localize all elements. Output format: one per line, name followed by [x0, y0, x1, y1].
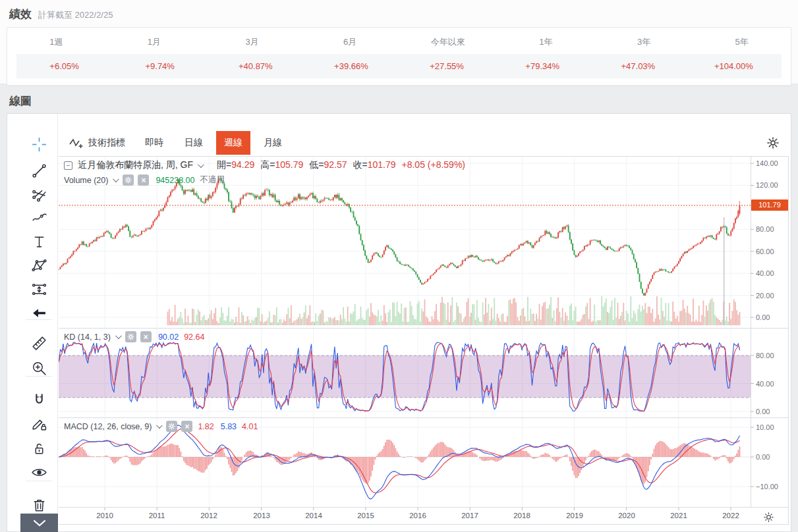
interval-tab-即時[interactable]: 即時 [137, 131, 171, 155]
interval-tab-週線[interactable]: 週線 [216, 131, 250, 155]
ruler-icon[interactable] [27, 332, 51, 354]
perf-return-value: +6.05% [16, 54, 112, 78]
toolbar-separator [26, 376, 52, 377]
perf-period-label: 1年 [497, 34, 595, 54]
y-axis-tick-label: 0.00 [756, 407, 770, 416]
y-axis-tick-label: 120.00 [756, 180, 778, 190]
volume-ma-value: 945238.00 [156, 176, 194, 185]
magnet-icon[interactable] [27, 388, 51, 411]
text-icon[interactable] [27, 230, 51, 253]
indicator-remove-button[interactable]: × [138, 174, 149, 186]
performance-values-band: +6.05%+9.74%+40.87%+39.66%+27.55%+79.34%… [16, 54, 782, 78]
pitchfork-icon[interactable] [27, 183, 51, 205]
drawing-toolbar [20, 114, 58, 532]
toolbar-separator [26, 319, 52, 320]
performance-section: 績效 計算截至 2022/2/25 1週1月3月6月今年以來1年3年5年 +6.… [0, 0, 798, 84]
session-sun-icon[interactable] [760, 510, 777, 524]
chart-section-header: 線圖 [0, 84, 798, 115]
macd-label[interactable]: MACD (12, 26, close, 9) [64, 422, 152, 431]
drawing-lock-icon[interactable] [27, 413, 51, 435]
projection-icon[interactable] [27, 278, 51, 300]
performance-title: 績效 [9, 7, 32, 22]
performance-period-row: 1週1月3月6月今年以來1年3年5年 [7, 34, 791, 54]
macd-value: 5.83 [221, 422, 237, 431]
chart-settings-gear-icon[interactable] [764, 134, 782, 151]
ohlc-pair: 開=94.29 [217, 159, 254, 171]
interval-tab-日線[interactable]: 日線 [177, 131, 211, 155]
perf-return-value: +104.00% [686, 54, 782, 78]
y-axis-tick-label: 60.00 [756, 247, 774, 256]
perf-period-label: 3月 [203, 34, 301, 54]
arrow-left-icon[interactable] [27, 302, 51, 324]
xabcd-pattern-icon[interactable] [27, 254, 51, 277]
y-axis-tick-label: 0.00 [756, 452, 770, 462]
perf-period-label: 1月 [105, 34, 204, 54]
toolbar-separator [26, 481, 52, 481]
volume-label[interactable]: Volume (20) [64, 176, 108, 185]
indicator-remove-button[interactable]: × [181, 421, 192, 432]
indicator-settings-button[interactable] [123, 174, 134, 186]
ohlc-pair: 低=92.57 [309, 159, 347, 171]
chart-card: 技術指標 即時日線週線月線 140.00120.0080.0060.0040.0… [7, 113, 791, 532]
perf-return-value: +27.55% [399, 54, 495, 78]
brush-icon[interactable] [27, 207, 51, 229]
performance-card: 1週1月3月6月今年以來1年3年5年 +6.05%+9.74%+40.87%+3… [7, 27, 791, 86]
indicator-remove-button[interactable]: × [140, 331, 152, 342]
trash-icon[interactable] [27, 494, 51, 516]
eye-icon[interactable] [27, 461, 51, 483]
symbol-legend: −近月倫敦布蘭特原油, 周, GF開=94.29高=105.79低=92.57收… [64, 159, 465, 171]
chevron-down-icon[interactable] [113, 176, 119, 182]
perf-period-label: 今年以來 [399, 34, 498, 54]
trend-line-icon[interactable] [27, 159, 51, 182]
chevron-down-icon[interactable] [198, 161, 204, 168]
indicators-button[interactable]: 技術指標 [69, 137, 125, 149]
toolbar-collapse-bar[interactable] [20, 514, 58, 532]
current-price-tag: 101.79 [751, 200, 788, 211]
macd-legend: MACD (12, 26, close, 9)×1.825.834.01 [64, 421, 258, 432]
perf-return-value: +79.34% [495, 54, 590, 78]
perf-period-label: 1週 [7, 34, 105, 54]
chart-frame: 140.00120.0080.0060.0040.0020.000.0080.0… [59, 156, 789, 525]
kd-band [59, 356, 751, 398]
x-axis-year-label: 2017 [457, 512, 483, 519]
x-axis-year-label: 2016 [405, 512, 431, 519]
crosshair-icon[interactable] [27, 133, 51, 155]
perf-return-value: +9.74% [112, 54, 208, 78]
perf-return-value: +40.87% [208, 54, 303, 78]
y-axis-tick-label: 20.00 [756, 291, 774, 300]
indicator-settings-button[interactable] [166, 421, 177, 432]
page: 績效 計算截至 2022/2/25 1週1月3月6月今年以來1年3年5年 +6.… [0, 0, 798, 532]
volume-na-value: 不適用 [200, 174, 225, 186]
interval-tab-月線[interactable]: 月線 [256, 131, 290, 155]
x-axis-year-label: 2020 [613, 512, 640, 519]
kd-d-value: 92.64 [184, 332, 204, 342]
lock-icon[interactable] [27, 437, 51, 460]
chevron-down-icon[interactable] [115, 332, 122, 339]
ohlc-pair: 高=105.79 [260, 159, 303, 171]
chevron-down-icon [32, 519, 47, 527]
y-axis-tick-label: 40.00 [756, 379, 774, 388]
candles [59, 176, 739, 296]
y-axis-tick-label: 140.00 [756, 159, 778, 168]
y-axis-tick-label: 40.00 [756, 269, 774, 278]
kd-k-value: 90.02 [158, 332, 179, 342]
symbol-name[interactable]: 近月倫敦布蘭特原油, 周, GF [78, 159, 193, 171]
interval-tabs: 即時日線週線月線 [137, 131, 290, 155]
y-axis-tick-label: 80.00 [756, 225, 774, 234]
legend-collapse-icon[interactable]: − [64, 161, 72, 170]
x-axis-year-label: 2012 [196, 512, 222, 519]
x-axis-year-label: 2015 [353, 512, 379, 519]
chevron-down-icon[interactable] [156, 422, 163, 429]
x-axis-year-label: 2014 [300, 512, 327, 519]
perf-period-label: 6月 [301, 34, 399, 54]
kd-legend: KD (14, 1, 3)×90.0292.64 [64, 331, 204, 342]
indicator-settings-button[interactable] [125, 331, 136, 342]
chart-top-toolbar: 技術指標 即時日線週線月線 [59, 114, 791, 156]
perf-return-value: +39.66% [303, 54, 399, 78]
change-readout: +8.05 (+8.59%) [402, 159, 466, 171]
indicators-button-label: 技術指標 [88, 137, 125, 149]
x-axis-year-label: 2013 [248, 512, 275, 519]
volume-legend: Volume (20)×945238.00不適用 [64, 174, 225, 186]
kd-label[interactable]: KD (14, 1, 3) [64, 332, 111, 342]
performance-asof: 計算截至 2022/2/25 [38, 9, 113, 21]
